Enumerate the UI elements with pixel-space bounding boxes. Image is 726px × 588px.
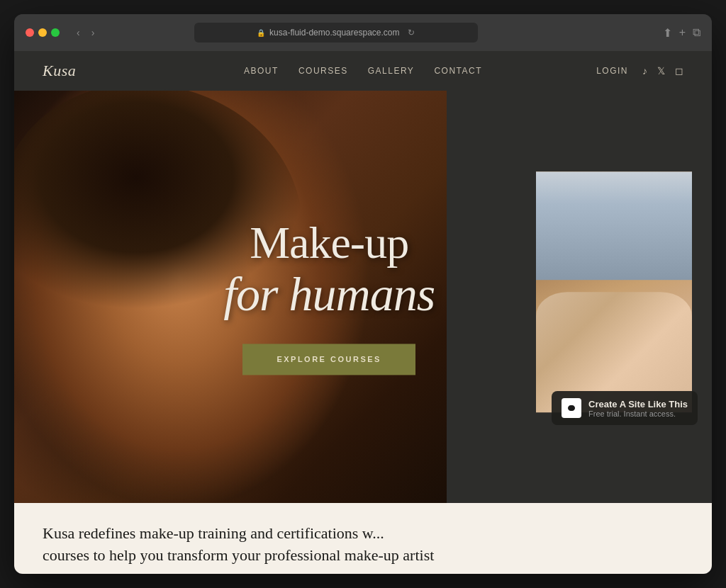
browser-controls: ‹ › <box>74 26 97 40</box>
login-link[interactable]: LOGIN <box>596 66 628 76</box>
address-bar[interactable]: 🔒 kusa-fluid-demo.squarespace.com ↻ <box>194 23 478 43</box>
lock-icon: 🔒 <box>257 29 265 37</box>
nav-courses[interactable]: COURSES <box>298 66 348 76</box>
nav-links: ABOUT COURSES GALLERY CONTACT <box>244 66 482 76</box>
reload-icon: ↻ <box>408 28 415 38</box>
below-fold-section: Kusa redefines make-up training and cert… <box>14 503 712 574</box>
nav-gallery[interactable]: GALLERY <box>368 66 415 76</box>
browser-chrome: ‹ › 🔒 kusa-fluid-demo.squarespace.com ↻ … <box>14 14 712 51</box>
tiktok-icon[interactable]: ♪ <box>642 65 647 77</box>
website: Kusa ABOUT COURSES GALLERY CONTACT LOGIN… <box>14 51 712 574</box>
sqsp-subtitle: Free trial. Instant access. <box>588 409 688 418</box>
sqsp-title: Create A Site Like This <box>588 399 688 409</box>
forward-button[interactable]: › <box>89 26 98 40</box>
hero-section: Make-up for humans EXPLORE COURSES <box>14 91 712 503</box>
url-text: kusa-fluid-demo.squarespace.com <box>269 28 399 38</box>
close-button[interactable] <box>26 28 34 37</box>
traffic-lights <box>26 28 60 37</box>
below-fold-text: Kusa redefines make-up training and cert… <box>43 523 683 567</box>
window-background <box>536 171 692 280</box>
minimize-button[interactable] <box>38 28 47 37</box>
browser-window: ‹ › 🔒 kusa-fluid-demo.squarespace.com ↻ … <box>14 14 712 574</box>
back-button[interactable]: ‹ <box>74 26 83 40</box>
twitter-icon[interactable]: 𝕏 <box>657 65 665 77</box>
maximize-button[interactable] <box>51 28 60 37</box>
makeup-artist-image <box>536 171 692 412</box>
nav-contact[interactable]: CONTACT <box>434 66 482 76</box>
site-logo[interactable]: Kusa <box>43 62 244 80</box>
nav-about[interactable]: ABOUT <box>244 66 279 76</box>
squarespace-badge[interactable]: Create A Site Like This Free trial. Inst… <box>552 391 698 425</box>
hero-title-main: Make-up <box>223 218 435 268</box>
instagram-icon[interactable]: ◻ <box>675 65 683 77</box>
tabs-icon[interactable]: ⧉ <box>693 26 700 40</box>
squarespace-logo-icon <box>562 398 581 418</box>
hero-title-italic: for humans <box>223 268 435 322</box>
new-tab-icon[interactable]: + <box>679 26 686 40</box>
hero-content: Make-up for humans EXPLORE COURSES <box>223 218 435 375</box>
nav-right: LOGIN ♪ 𝕏 ◻ <box>482 65 683 77</box>
browser-actions: ⬆ + ⧉ <box>663 26 700 40</box>
navigation: Kusa ABOUT COURSES GALLERY CONTACT LOGIN… <box>14 51 712 91</box>
social-icons: ♪ 𝕏 ◻ <box>642 65 683 77</box>
hero-wrapper: Make-up for humans EXPLORE COURSES <box>14 91 712 574</box>
sqsp-text: Create A Site Like This Free trial. Inst… <box>588 399 688 418</box>
share-icon[interactable]: ⬆ <box>663 26 672 40</box>
explore-courses-button[interactable]: EXPLORE COURSES <box>242 344 415 375</box>
